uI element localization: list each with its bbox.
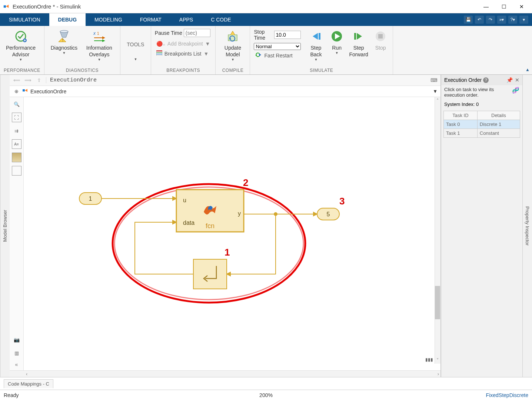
zoom-icon[interactable]: 🔍	[12, 99, 21, 109]
zoom-level[interactable]: 200%	[259, 392, 273, 398]
col-details[interactable]: Details	[477, 111, 520, 120]
model-browser-tab[interactable]: Model Browser	[0, 75, 10, 377]
information-overlays-button[interactable]: x1 Information Overlays ▼	[82, 28, 116, 64]
tab-ccode[interactable]: C CODE	[202, 13, 240, 26]
col-task-id[interactable]: Task ID	[444, 111, 478, 120]
screenshot-icon[interactable]: 📷	[12, 335, 21, 344]
help-icon[interactable]: ?▾	[508, 16, 517, 24]
add-breakpoint-button[interactable]: 🔴₊ Add Breakpoint ▼	[155, 40, 212, 47]
matlab-function-block[interactable]: u data y fcn	[176, 190, 244, 232]
shortcuts-icon[interactable]: »▾	[497, 16, 506, 24]
diagnostics-icon: !	[57, 30, 71, 43]
maximize-button[interactable]: ☐	[499, 2, 508, 11]
palette-collapse-icon[interactable]: «	[15, 361, 18, 370]
tab-modeling[interactable]: MODELING	[86, 13, 131, 26]
diagnostics-label: Diagnostics	[51, 44, 77, 51]
property-inspector-tab[interactable]: Property Inspector	[522, 75, 532, 377]
window-title: ExecutionOrdre * - Simulink	[13, 3, 482, 10]
group-label-compile: COMPILE	[219, 67, 246, 74]
panel-close-icon[interactable]: ✕	[515, 77, 519, 83]
horizontal-scrollbar[interactable]: ‹ ›	[10, 370, 440, 377]
execution-order-panel: Execution Order ? 📌 ✕ Click on task to v…	[441, 75, 522, 377]
outport-block[interactable]: 5	[317, 208, 339, 220]
simulation-mode-select[interactable]: Normal	[254, 43, 300, 50]
save-icon[interactable]: 💾	[464, 16, 473, 24]
memory-block[interactable]	[193, 259, 227, 289]
nav-back-icon[interactable]: ⟸	[13, 76, 21, 84]
annotation-icon[interactable]: A≡	[12, 139, 21, 149]
breakpoints-list-label: Breakpoints List	[164, 51, 202, 57]
svg-text:y: y	[238, 210, 241, 217]
fast-restart-button[interactable]: Fast Restart	[254, 51, 300, 59]
step-forward-label: Step Forward	[349, 44, 368, 58]
tab-simulation[interactable]: SIMULATION	[0, 13, 49, 26]
ribbon-collapse-icon[interactable]: ▲	[525, 67, 530, 72]
solver-status[interactable]: FixedStepDiscrete	[486, 392, 528, 398]
ribbon-group-diagnostics: ! Diagnostics ▼ x1 Information Overlays …	[44, 26, 120, 74]
stop-button[interactable]: Stop	[372, 28, 389, 53]
breakpoints-list-button[interactable]: Breakpoints List ▼	[155, 50, 210, 57]
undo-icon[interactable]: ↶	[475, 16, 484, 24]
svg-rect-0	[4, 5, 6, 7]
view-marks-icon[interactable]: ▮▮▮	[425, 357, 433, 362]
exec-panel-help-icon[interactable]: ?	[483, 77, 489, 83]
pin-icon[interactable]: 📌	[506, 77, 513, 83]
stop-time-input[interactable]	[274, 31, 301, 39]
step-back-icon	[309, 30, 323, 43]
perf-advisor-icon	[14, 30, 27, 43]
pause-time-input[interactable]	[184, 29, 210, 37]
editor: 🔍 ⛶ ⇉ A≡ 📷 ▥ «	[10, 97, 440, 370]
svg-rect-10	[156, 54, 162, 54]
group-label-breakpoints: BREAKPOINTS	[155, 67, 212, 74]
main-area: Model Browser ⟸ ⟹ ⇧ ExecutionOrdre ⌨ ⊕ E…	[0, 75, 532, 377]
model-data-icon[interactable]: ▥	[12, 348, 21, 358]
step-back-button[interactable]: Step Back ▼	[306, 28, 326, 64]
redo-icon[interactable]: ↷	[486, 16, 495, 24]
canvas-wrap: ⟸ ⟹ ⇧ ExecutionOrdre ⌨ ⊕ ExecutionOrdre …	[10, 75, 441, 377]
diagram-canvas[interactable]: 1 u data y fcn 2	[24, 97, 440, 370]
vertical-scrollbar[interactable]: ˄ ˅	[435, 97, 440, 364]
breakpoint-list-icon	[156, 50, 162, 57]
svg-rect-9	[156, 52, 162, 53]
svg-text:5: 5	[327, 211, 330, 217]
area-icon[interactable]	[12, 166, 21, 176]
diagnostics-button[interactable]: ! Diagnostics ▼	[48, 28, 80, 57]
svg-rect-8	[156, 50, 162, 51]
tools-button[interactable]: TOOLS ▼	[124, 40, 147, 63]
svg-text:x: x	[93, 31, 96, 36]
exec-order-3: 3	[339, 196, 345, 207]
image-block-icon[interactable]	[12, 153, 21, 162]
update-model-button[interactable]: Update Model ▼	[219, 28, 246, 64]
perf-advisor-label: Performance Advisor	[6, 44, 36, 58]
inport-block[interactable]: 1	[79, 193, 102, 204]
ribbon-group-simulate: Stop Time Normal Fast Restart Step Back …	[250, 26, 393, 74]
minimize-button[interactable]: ―	[482, 2, 491, 11]
run-icon	[330, 30, 343, 43]
step-forward-button[interactable]: Step Forward	[348, 28, 370, 59]
tab-format[interactable]: FORMAT	[131, 13, 170, 26]
performance-advisor-button[interactable]: Performance Advisor ▼	[4, 28, 38, 64]
signal-arrows-icon[interactable]: ⇉	[12, 126, 21, 136]
svg-text:u: u	[183, 197, 186, 203]
task-row-1[interactable]: Task 1Constant	[444, 129, 520, 138]
run-button[interactable]: Run ▼	[328, 28, 345, 57]
tab-apps[interactable]: APPS	[170, 13, 202, 26]
model-path-text[interactable]: ExecutionOrdre	[30, 89, 66, 94]
exec-order-2: 2	[243, 177, 248, 188]
model-path-dropdown-icon[interactable]: ▼	[433, 89, 438, 94]
model-path-expand-icon[interactable]: ⊕	[13, 89, 20, 94]
model-path-bar: ⊕ ExecutionOrdre ▼	[10, 86, 440, 97]
keyboard-icon[interactable]: ⌨	[430, 77, 438, 83]
task-row-0[interactable]: Task 0Discrete 1	[444, 120, 520, 129]
close-button[interactable]: ✕	[517, 2, 526, 11]
fit-to-view-icon[interactable]: ⛶	[12, 113, 21, 122]
ribbon-group-breakpoints: Pause Time 🔴₊ Add Breakpoint ▼ Breakpoin…	[151, 26, 216, 74]
exec-order-tree-icon[interactable]: 🧬	[512, 87, 519, 94]
nav-forward-icon[interactable]: ⟹	[24, 76, 32, 84]
tab-debug[interactable]: DEBUG	[49, 13, 86, 26]
code-mappings-tab[interactable]: Code Mappings - C	[4, 379, 53, 388]
collapse-ribbon-icon[interactable]: ▾	[519, 16, 528, 24]
breadcrumb[interactable]: ExecutionOrdre	[46, 77, 97, 83]
code-mappings-bar: Code Mappings - C	[0, 377, 532, 390]
nav-up-icon[interactable]: ⇧	[35, 76, 43, 84]
